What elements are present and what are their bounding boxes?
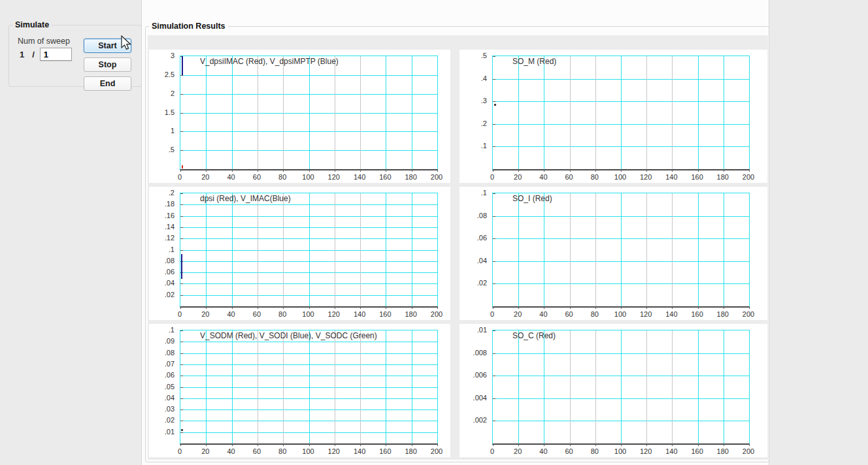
x-tick-label: 60 xyxy=(246,447,268,455)
x-tick-mark xyxy=(386,443,386,446)
y-tick-mark xyxy=(180,330,183,331)
x-tick-mark xyxy=(544,169,544,172)
y-tick-label: .3 xyxy=(459,97,487,104)
x-tick-mark xyxy=(180,306,181,309)
x-tick-label: 80 xyxy=(584,447,606,455)
x-tick-label: 140 xyxy=(660,173,682,181)
x-tick-label: 80 xyxy=(271,310,293,318)
x-tick-mark xyxy=(309,306,310,309)
y-tick-label: 1 xyxy=(149,127,175,135)
x-tick-label: 40 xyxy=(220,310,242,318)
x-tick-mark xyxy=(570,169,571,172)
x-tick-mark xyxy=(621,443,622,446)
v-gridline xyxy=(206,56,207,169)
plot-area-v-dpsi: V_dpsiIMAC (Red), V_dpsiMPTP (Blue) xyxy=(180,56,438,170)
y-tick-label: .008 xyxy=(459,349,487,357)
y-tick-label: .04 xyxy=(149,279,175,287)
x-tick-label: 80 xyxy=(271,173,293,181)
trace-mark xyxy=(182,56,183,75)
v-gridline xyxy=(386,56,386,169)
x-tick-mark xyxy=(672,306,673,309)
x-tick-mark xyxy=(544,306,544,309)
simulate-panel: Simulate Num of sweep 1 / Start Stop End xyxy=(8,20,142,87)
v-gridline xyxy=(621,56,622,169)
v-gridline xyxy=(724,330,724,443)
y-tick-label: .2 xyxy=(459,120,487,127)
x-tick-label: 200 xyxy=(426,447,448,455)
x-tick-label: 200 xyxy=(737,310,760,318)
x-tick-label: 60 xyxy=(558,173,580,181)
x-tick-label: 40 xyxy=(220,447,242,455)
x-tick-label: 200 xyxy=(426,173,448,181)
x-tick-mark xyxy=(570,306,571,309)
x-tick-mark xyxy=(437,169,438,172)
stop-button[interactable]: Stop xyxy=(84,57,131,72)
plot-area-v-sod: V_SODM (Red), V_SODI (Blue), V_SODC (Gre… xyxy=(180,330,438,445)
x-tick-label: 160 xyxy=(686,447,709,455)
x-tick-label: 140 xyxy=(348,173,371,181)
v-gridline xyxy=(595,193,596,306)
y-tick-label: .006 xyxy=(459,371,487,379)
x-tick-mark xyxy=(724,169,724,172)
start-button[interactable]: Start xyxy=(84,39,131,53)
v-gridline xyxy=(672,330,673,443)
x-tick-label: 120 xyxy=(323,173,345,181)
v-gridline xyxy=(544,193,544,306)
y-tick-label: .02 xyxy=(149,416,175,424)
plot-title: V_dpsiIMAC (Red), V_dpsiMPTP (Blue) xyxy=(200,57,339,66)
x-tick-mark xyxy=(493,169,493,172)
x-tick-label: 120 xyxy=(323,310,345,318)
x-tick-label: 120 xyxy=(635,447,657,455)
x-tick-mark xyxy=(360,443,361,446)
plot-card-v-dpsi: 32.521.51.5020406080100120140160180200V_… xyxy=(149,50,450,183)
x-tick-label: 180 xyxy=(712,310,734,318)
v-gridline xyxy=(646,56,647,169)
sweep-count-input[interactable] xyxy=(40,48,72,61)
y-tick-mark xyxy=(180,216,183,217)
y-tick-mark xyxy=(180,421,183,421)
y-tick-mark xyxy=(493,398,495,399)
y-tick-label: .02 xyxy=(149,291,175,298)
x-tick-mark xyxy=(544,443,544,446)
sweep-current-value: 1 xyxy=(20,50,24,59)
plot-title: SO_I (Red) xyxy=(512,194,552,203)
y-tick-mark xyxy=(180,295,183,296)
v-gridline xyxy=(595,330,596,443)
v-gridline xyxy=(309,330,310,443)
y-tick-mark xyxy=(180,283,183,284)
v-gridline xyxy=(544,330,544,443)
x-tick-label: 20 xyxy=(507,173,529,181)
v-gridline xyxy=(518,330,519,443)
x-tick-mark xyxy=(646,306,647,309)
x-tick-label: 20 xyxy=(507,310,529,318)
y-tick-mark xyxy=(180,250,183,251)
x-tick-mark xyxy=(258,443,258,446)
x-tick-label: 40 xyxy=(532,447,554,455)
x-tick-label: 120 xyxy=(635,310,657,318)
x-tick-mark xyxy=(698,169,699,172)
x-tick-label: 200 xyxy=(737,173,760,181)
y-tick-label: 3 xyxy=(149,52,175,59)
x-tick-mark xyxy=(493,443,493,446)
v-gridline xyxy=(698,56,699,169)
x-tick-mark xyxy=(672,169,673,172)
y-tick-mark xyxy=(493,193,495,194)
x-tick-mark xyxy=(309,443,310,446)
y-tick-mark xyxy=(493,283,495,284)
trace-mark xyxy=(182,165,183,168)
trace-mark xyxy=(494,104,496,106)
x-tick-label: 20 xyxy=(194,173,216,181)
x-tick-mark xyxy=(258,306,258,309)
v-gridline xyxy=(724,193,724,306)
v-gridline xyxy=(258,193,258,306)
x-tick-label: 0 xyxy=(481,447,503,455)
y-tick-mark xyxy=(180,342,183,342)
x-tick-label: 120 xyxy=(323,447,345,455)
x-tick-mark xyxy=(335,169,335,172)
plot-area-so-c: SO_C (Red) xyxy=(492,330,750,445)
end-button[interactable]: End xyxy=(84,76,131,91)
plot-area-so-i: SO_I (Red) xyxy=(492,193,750,308)
v-gridline xyxy=(544,56,544,169)
simulation-results-panel: Simulation Results 32.521.51.50204060801… xyxy=(145,22,769,462)
x-tick-label: 0 xyxy=(169,447,191,455)
